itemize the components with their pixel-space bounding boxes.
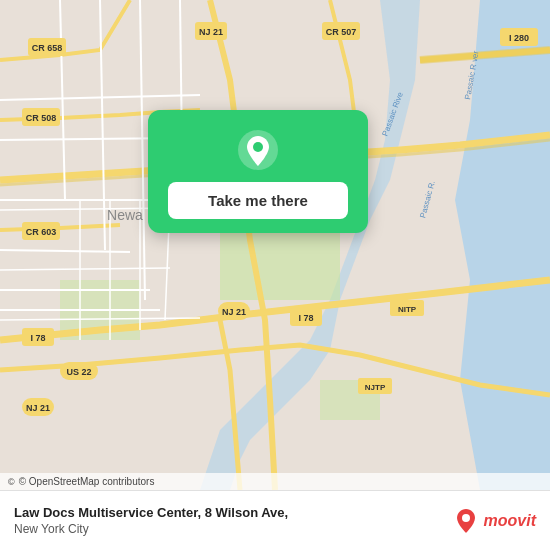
copyright-bar: © © OpenStreetMap contributors [0, 473, 550, 490]
svg-text:I 280: I 280 [509, 33, 529, 43]
moovit-icon [452, 507, 480, 535]
moovit-brand-text: moovit [484, 512, 536, 530]
location-name: Law Docs Multiservice Center, 8 Wilson A… [14, 505, 442, 522]
svg-text:NJ 21: NJ 21 [222, 307, 246, 317]
svg-point-38 [462, 514, 470, 522]
bottom-bar: Law Docs Multiservice Center, 8 Wilson A… [0, 490, 550, 550]
svg-text:CR 603: CR 603 [26, 227, 57, 237]
location-pin-icon [236, 128, 280, 172]
svg-text:NJ 21: NJ 21 [26, 403, 50, 413]
svg-text:I 78: I 78 [30, 333, 45, 343]
svg-text:CR 507: CR 507 [326, 27, 357, 37]
take-me-there-button[interactable]: Take me there [168, 182, 348, 219]
svg-text:NITP: NITP [398, 305, 417, 314]
svg-text:Newa: Newa [107, 207, 143, 223]
svg-text:I 78: I 78 [298, 313, 313, 323]
location-city: New York City [14, 522, 442, 536]
svg-text:NJ 21: NJ 21 [199, 27, 223, 37]
svg-text:CR 658: CR 658 [32, 43, 63, 53]
svg-text:CR 508: CR 508 [26, 113, 57, 123]
map-view: CR 658 NJ 21 CR 507 I 280 CR 508 CR 603 … [0, 0, 550, 490]
location-info: Law Docs Multiservice Center, 8 Wilson A… [14, 505, 442, 536]
copyright-text: © OpenStreetMap contributors [19, 476, 155, 487]
moovit-logo: moovit [452, 507, 536, 535]
copyright-icon: © [8, 477, 15, 487]
navigation-card: Take me there [148, 110, 368, 233]
svg-point-37 [253, 142, 263, 152]
svg-text:US 22: US 22 [66, 367, 91, 377]
svg-text:NJTP: NJTP [365, 383, 386, 392]
